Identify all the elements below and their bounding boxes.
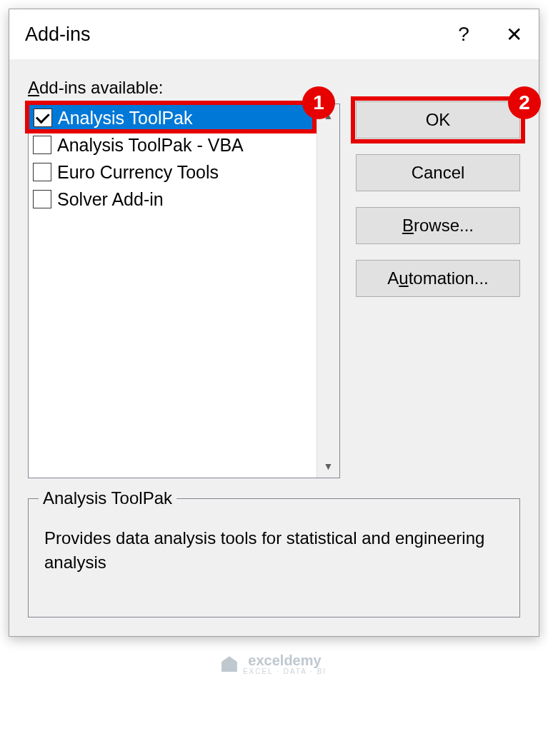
description-text: Provides data analysis tools for statist… xyxy=(44,526,504,574)
list-item-label: Analysis ToolPak - VBA xyxy=(57,135,244,156)
checkbox-icon[interactable] xyxy=(33,163,51,181)
help-icon: ? xyxy=(458,23,469,46)
list-item-label: Solver Add-in xyxy=(57,189,164,210)
addins-listbox[interactable]: Analysis ToolPak Analysis ToolPak - VBA … xyxy=(29,104,317,478)
list-item[interactable]: Analysis ToolPak - VBA xyxy=(29,131,317,158)
addins-listbox-wrap: Analysis ToolPak Analysis ToolPak - VBA … xyxy=(28,104,340,478)
dialog-title: Add-ins xyxy=(25,24,91,46)
scroll-up-icon[interactable]: ▲ xyxy=(317,104,339,127)
checkbox-icon[interactable] xyxy=(33,190,51,208)
checkbox-icon[interactable] xyxy=(33,136,51,154)
description-title: Analysis ToolPak xyxy=(39,488,176,508)
cancel-button[interactable]: Cancel xyxy=(356,154,520,191)
dialog-body: Add-ins available: Analysis ToolPak Anal… xyxy=(9,59,539,636)
help-button[interactable]: ? xyxy=(439,9,489,59)
watermark: exceldemy EXCEL · DATA · BI xyxy=(9,652,539,675)
title-bar: Add-ins ? ✕ xyxy=(9,9,539,59)
addins-column: Add-ins available: Analysis ToolPak Anal… xyxy=(28,78,340,478)
list-item-label: Euro Currency Tools xyxy=(57,162,219,183)
watermark-text: exceldemy EXCEL · DATA · BI xyxy=(243,652,327,675)
scrollbar[interactable]: ▲ ▼ xyxy=(317,104,339,478)
scroll-down-icon[interactable]: ▼ xyxy=(317,455,339,478)
description-groupbox: Analysis ToolPak Provides data analysis … xyxy=(28,498,520,618)
checkbox-icon[interactable] xyxy=(34,109,52,127)
titlebar-buttons: ? ✕ xyxy=(439,9,539,59)
list-item[interactable]: Euro Currency Tools xyxy=(29,158,317,186)
automation-button[interactable]: Automation... xyxy=(356,260,520,297)
list-item-label: Analysis ToolPak xyxy=(58,108,193,128)
addins-dialog: Add-ins ? ✕ Add-ins available: Analysis … xyxy=(9,9,539,637)
watermark-icon xyxy=(221,656,237,672)
addins-available-label: Add-ins available: xyxy=(28,78,340,98)
main-row: Add-ins available: Analysis ToolPak Anal… xyxy=(28,78,520,478)
list-item[interactable]: Analysis ToolPak xyxy=(29,104,317,131)
list-item[interactable]: Solver Add-in xyxy=(29,186,317,213)
ok-button[interactable]: OK xyxy=(356,101,520,138)
close-icon: ✕ xyxy=(506,23,522,46)
browse-button[interactable]: Browse... xyxy=(356,207,520,244)
buttons-column: OK Cancel Browse... Automation... xyxy=(356,78,520,297)
close-button[interactable]: ✕ xyxy=(489,9,539,59)
